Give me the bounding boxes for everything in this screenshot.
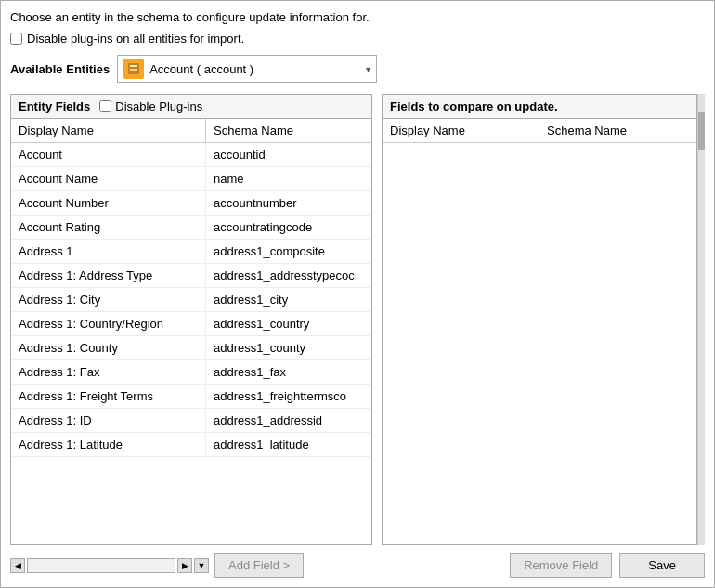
table-row[interactable]: Address 1: Countyaddress1_county [11,336,371,360]
left-table-header: Display Name Schema Name [11,119,371,143]
table-row[interactable]: Address 1address1_composite [11,240,371,264]
remove-field-button[interactable]: Remove Field [510,553,612,578]
right-panel-header: Fields to compare on update. [383,95,696,119]
bottom-right: Remove Field Save [510,553,705,578]
disable-plugins-row: Disable Plug-ins [99,99,202,113]
main-container: Choose an entity in the schema to config… [0,0,715,588]
disable-all-row: Disable plug-ins on all entities for imp… [10,32,705,46]
display-name-cell: Address 1: County [11,336,206,359]
table-row[interactable]: Address 1: Latitudeaddress1_latitude [11,433,371,457]
schema-name-cell: accountid [206,143,371,166]
display-name-cell: Account [11,143,206,166]
svg-rect-3 [130,72,135,72]
left-table-container: Display Name Schema Name Accountaccounti… [11,119,371,544]
schema-name-cell: name [206,167,371,190]
disable-plugins-checkbox[interactable] [99,100,111,112]
save-button[interactable]: Save [619,553,705,578]
left-col-schema-name: Schema Name [206,119,371,142]
entity-fields-label: Entity Fields [19,99,90,113]
horizontal-scrollbar: ◀ ▶ ▼ [10,558,209,573]
chevron-down-icon: ▾ [366,64,370,74]
display-name-cell: Address 1: ID [11,409,206,432]
svg-rect-2 [130,69,137,71]
entity-icon [124,59,144,79]
display-name-cell: Address 1: Latitude [11,433,206,456]
display-name-cell: Address 1: Freight Terms [11,385,206,408]
instruction-text: Choose an entity in the schema to config… [10,10,705,24]
middle-area: Entity Fields Disable Plug-ins Display N… [10,94,705,545]
table-row[interactable]: Address 1: IDaddress1_addressid [11,409,371,433]
display-name-cell: Address 1: City [11,288,206,311]
schema-name-cell: accountratingcode [206,216,371,239]
scroll-left-arrow[interactable]: ◀ [10,558,25,573]
schema-name-cell: address1_fax [206,360,371,384]
svg-rect-1 [130,65,137,67]
entity-dropdown[interactable]: Account ( account ) ▾ [117,55,377,83]
table-row[interactable]: Account Numberaccountnumber [11,191,371,216]
scrollbar-thumb [698,112,705,150]
scroll-track[interactable] [27,558,176,573]
scroll-right-arrow[interactable]: ▶ [177,558,192,573]
right-panel: Fields to compare on update. Display Nam… [382,94,697,545]
disable-plugins-label: Disable Plug-ins [115,99,202,113]
display-name-cell: Address 1: Address Type [11,264,206,287]
entity-dropdown-text: Account ( account ) [150,62,254,76]
display-name-cell: Address 1: Country/Region [11,312,206,335]
schema-name-cell: address1_city [206,288,371,311]
table-row[interactable]: Address 1: Faxaddress1_fax [11,360,371,385]
schema-name-cell: accountnumber [206,191,371,215]
schema-name-cell: address1_addresstypecoc [206,264,371,287]
scroll-down-arrow[interactable]: ▼ [194,558,209,573]
left-panel-header: Entity Fields Disable Plug-ins [11,95,371,119]
schema-name-cell: address1_freighttermsco [206,385,371,408]
bottom-area: ◀ ▶ ▼ Add Field > Remove Field Save [10,553,705,578]
entity-row: Available Entities Account ( account ) ▾ [10,55,705,83]
right-scrollbar[interactable] [697,94,705,545]
schema-name-cell: address1_composite [206,240,371,263]
schema-name-cell: address1_latitude [206,433,371,456]
table-row[interactable]: Address 1: Address Typeaddress1_addresst… [11,264,371,288]
add-field-button[interactable]: Add Field > [214,553,304,578]
display-name-cell: Account Number [11,191,206,215]
right-col-display-name: Display Name [383,119,540,142]
right-table-body [383,143,696,544]
available-entities-label: Available Entities [10,62,110,76]
disable-all-checkbox[interactable] [10,33,22,45]
display-name-cell: Account Name [11,167,206,190]
left-col-display-name: Display Name [11,119,206,142]
table-row[interactable]: Account Ratingaccountratingcode [11,216,371,240]
table-row[interactable]: Address 1: Cityaddress1_city [11,288,371,312]
table-row[interactable]: Address 1: Country/Regionaddress1_countr… [11,312,371,336]
left-panel: Entity Fields Disable Plug-ins Display N… [10,94,372,545]
display-name-cell: Address 1: Fax [11,360,206,384]
disable-all-label: Disable plug-ins on all entities for imp… [27,32,244,46]
schema-name-cell: address1_addressid [206,409,371,432]
display-name-cell: Account Rating [11,216,206,239]
schema-name-cell: address1_country [206,312,371,335]
display-name-cell: Address 1 [11,240,206,263]
right-table-header: Display Name Schema Name [383,119,696,143]
bottom-left: ◀ ▶ ▼ Add Field > [10,553,304,578]
right-col-schema-name: Schema Name [540,119,696,142]
table-row[interactable]: Address 1: Freight Termsaddress1_freight… [11,385,371,409]
table-row[interactable]: Account Namename [11,167,371,191]
left-table-body[interactable]: AccountaccountidAccount NamenameAccount … [11,143,371,541]
table-row[interactable]: Accountaccountid [11,143,371,167]
schema-name-cell: address1_county [206,336,371,359]
